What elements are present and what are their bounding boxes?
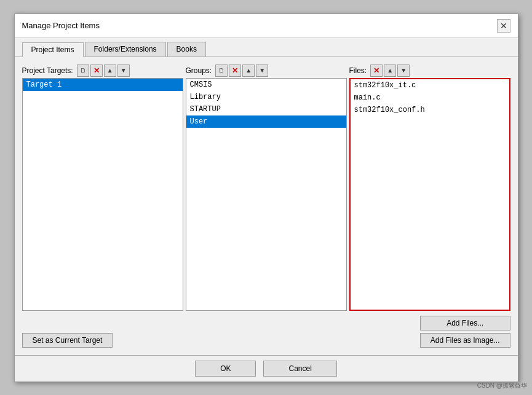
bottom-section: Set as Current Target Add Files... Add F… bbox=[22, 316, 510, 348]
tab-project-items[interactable]: Project Items bbox=[22, 42, 84, 57]
main-content: Project Targets: 🗋 ✕ ▲ ▼ Target 1 Groups… bbox=[15, 57, 518, 355]
groups-down-btn[interactable]: ▼ bbox=[256, 65, 268, 77]
groups-delete-btn[interactable]: ✕ bbox=[229, 65, 241, 77]
add-files-button[interactable]: Add Files... bbox=[420, 316, 510, 330]
manage-project-items-dialog: Manage Project Items ✕ Project Items Fol… bbox=[14, 14, 518, 382]
files-label: Files: bbox=[349, 66, 367, 75]
files-list[interactable]: stm32f10x_it.c main.c stm32f10x_conf.h bbox=[349, 78, 510, 311]
project-targets-list[interactable]: Target 1 bbox=[22, 78, 183, 311]
set-as-current-target-button[interactable]: Set as Current Target bbox=[22, 333, 113, 348]
right-bottom: Add Files... Add Files as Image... bbox=[420, 316, 510, 348]
list-item[interactable]: Target 1 bbox=[23, 79, 183, 91]
list-item[interactable]: STARTUP bbox=[186, 103, 346, 115]
panels-row: Project Targets: 🗋 ✕ ▲ ▼ Target 1 Groups… bbox=[22, 65, 510, 311]
list-item[interactable]: CMSIS bbox=[186, 79, 346, 91]
project-targets-header: Project Targets: 🗋 ✕ ▲ ▼ bbox=[22, 65, 183, 77]
files-header: Files: ✕ ▲ ▼ bbox=[349, 65, 510, 77]
close-button[interactable]: ✕ bbox=[497, 19, 510, 33]
list-item[interactable]: stm32f10x_conf.h bbox=[351, 104, 509, 116]
groups-list[interactable]: CMSIS Library STARTUP User bbox=[186, 78, 347, 311]
project-targets-down-btn[interactable]: ▼ bbox=[117, 65, 130, 77]
files-down-btn[interactable]: ▼ bbox=[397, 65, 410, 77]
cancel-button[interactable]: Cancel bbox=[263, 361, 336, 377]
groups-up-btn[interactable]: ▲ bbox=[242, 65, 255, 77]
ok-button[interactable]: OK bbox=[195, 361, 256, 377]
groups-label: Groups: bbox=[186, 66, 212, 75]
list-item[interactable]: User bbox=[186, 115, 346, 128]
project-targets-delete-btn[interactable]: ✕ bbox=[90, 65, 103, 77]
files-delete-btn[interactable]: ✕ bbox=[370, 65, 383, 77]
groups-new-btn[interactable]: 🗋 bbox=[215, 65, 228, 77]
dialog-footer: OK Cancel bbox=[15, 355, 518, 381]
list-item[interactable]: Library bbox=[186, 91, 346, 103]
watermark: CSDN @抓紧益华 bbox=[477, 381, 527, 390]
add-files-as-image-button[interactable]: Add Files as Image... bbox=[420, 333, 510, 348]
dialog-title: Manage Project Items bbox=[22, 21, 100, 30]
tab-books[interactable]: Books bbox=[167, 42, 206, 57]
files-panel: Files: ✕ ▲ ▼ stm32f10x_it.c main.c stm32… bbox=[349, 65, 510, 311]
tab-folders-extensions[interactable]: Folders/Extensions bbox=[85, 42, 166, 57]
project-targets-panel: Project Targets: 🗋 ✕ ▲ ▼ Target 1 bbox=[22, 65, 183, 311]
title-bar: Manage Project Items ✕ bbox=[15, 14, 518, 38]
list-item[interactable]: stm32f10x_it.c bbox=[351, 79, 509, 92]
groups-header: Groups: 🗋 ✕ ▲ ▼ bbox=[186, 65, 347, 77]
files-up-btn[interactable]: ▲ bbox=[384, 65, 396, 77]
list-item[interactable]: main.c bbox=[351, 92, 509, 104]
project-targets-new-btn[interactable]: 🗋 bbox=[77, 65, 89, 77]
project-targets-label: Project Targets: bbox=[22, 66, 73, 75]
tabs-row: Project Items Folders/Extensions Books bbox=[15, 38, 518, 57]
project-targets-up-btn[interactable]: ▲ bbox=[104, 65, 116, 77]
left-bottom: Set as Current Target bbox=[22, 333, 113, 348]
groups-panel: Groups: 🗋 ✕ ▲ ▼ CMSIS Library STARTUP Us… bbox=[186, 65, 347, 311]
